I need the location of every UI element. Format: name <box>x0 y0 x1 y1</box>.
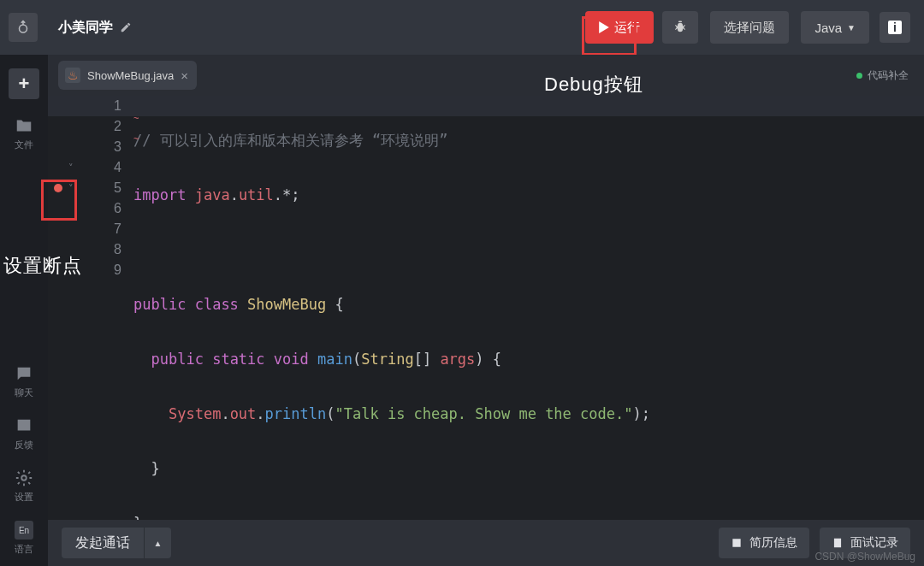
line-number: 4 <box>86 157 121 178</box>
globe-icon: En <box>15 521 33 539</box>
status-dot-icon <box>856 73 862 79</box>
tab-showmebug[interactable]: ♨ ShowMeBug.java × <box>58 61 197 90</box>
language-label: Java <box>814 21 842 35</box>
feedback-icon <box>15 416 33 435</box>
start-call-label: 发起通话 <box>75 534 130 552</box>
folder-icon <box>15 116 33 135</box>
annotation-debug-label: Debug按钮 <box>544 72 643 97</box>
choose-question-button[interactable]: 选择问题 <box>710 11 789 44</box>
line-number: 5 <box>86 178 121 198</box>
line-number: 9 <box>86 260 121 280</box>
plus-icon: + <box>19 73 30 95</box>
new-file-button[interactable]: + <box>9 68 39 99</box>
watermark: CSDN @ShowMeBug <box>814 551 915 563</box>
status-label: 代码补全 <box>868 68 909 83</box>
breakpoint-gutter[interactable] <box>48 96 68 520</box>
app-logo[interactable] <box>9 13 38 42</box>
language-sidebar-label: 语言 <box>15 543 33 556</box>
annotation-debug-outline <box>582 16 637 56</box>
svg-point-1 <box>21 475 27 481</box>
sidebar-item-feedback[interactable]: 反馈 <box>15 416 33 451</box>
tab-bar: ♨ ShowMeBug.java × 代码补全 <box>48 55 924 96</box>
gear-icon <box>15 469 33 487</box>
language-select[interactable]: Java ▼ <box>801 11 869 44</box>
settings-label: 设置 <box>15 491 33 504</box>
close-icon[interactable]: × <box>181 68 188 83</box>
code-comment: // 可以引入的库和版本相关请参考 “环境说明” <box>133 132 447 149</box>
info-icon: i <box>888 21 902 34</box>
resume-info-label: 简历信息 <box>749 535 797 551</box>
status-pill: 代码补全 <box>856 68 909 83</box>
code-content[interactable]: // 可以引入的库和版本相关请参考 “环境说明” import java.uti… <box>133 96 924 520</box>
line-number: 3 <box>86 137 121 157</box>
header-bar: 小美同学 运行 选择问题 Java ▼ i <box>0 0 924 55</box>
username: 小美同学 <box>58 19 132 37</box>
choose-question-label: 选择问题 <box>724 20 775 36</box>
line-number: 6 <box>86 198 121 219</box>
tab-name: ShowMeBug.java <box>87 69 174 82</box>
sidebar: + 文件 聊天 反馈 设置 En 语言 <box>0 55 48 566</box>
sidebar-item-chat[interactable]: 聊天 <box>15 364 33 399</box>
chat-label: 聊天 <box>15 386 33 399</box>
bug-icon <box>672 20 688 35</box>
sidebar-item-settings[interactable]: 设置 <box>15 469 33 504</box>
edit-icon[interactable] <box>120 21 132 33</box>
interview-record-label: 面试记录 <box>850 535 898 551</box>
caret-up-icon: ▲ <box>154 539 163 548</box>
chat-icon <box>15 364 33 383</box>
java-icon: ♨ <box>65 68 80 83</box>
annotation-breakpoint-outline <box>41 180 77 221</box>
line-number: 1 <box>86 96 121 116</box>
line-number: 8 <box>86 239 121 260</box>
feedback-label: 反馈 <box>15 439 33 451</box>
info-button[interactable]: i <box>880 12 910 43</box>
caret-down-icon: ▼ <box>847 23 856 32</box>
profile-card-icon <box>731 537 743 549</box>
fold-caret-icon[interactable]: ˅ <box>68 157 74 178</box>
fold-gutter[interactable]: ˅ ˅ <box>68 96 86 520</box>
annotation-breakpoint-label: 设置断点 <box>3 253 82 279</box>
start-call-button[interactable]: 发起通话 <box>62 528 144 558</box>
start-call-split-button[interactable]: 发起通话 ▲ <box>62 528 171 558</box>
line-number: 7 <box>86 219 121 239</box>
notes-icon <box>832 537 844 549</box>
line-number: 2 <box>86 116 121 137</box>
svg-point-0 <box>20 25 27 32</box>
resume-info-button[interactable]: 简历信息 <box>719 528 809 558</box>
start-call-caret[interactable]: ▲ <box>144 528 171 558</box>
debug-button[interactable] <box>662 11 698 44</box>
lint-squiggle-icon: ~ <box>133 133 139 144</box>
bottom-bar: 发起通话 ▲ 简历信息 面试记录 <box>48 520 924 566</box>
lint-squiggle-icon: ~ <box>133 113 139 123</box>
username-text: 小美同学 <box>58 19 113 37</box>
sidebar-item-language[interactable]: En 语言 <box>15 521 33 556</box>
line-number-gutter: 1 2 3 4 5 6 7 8 9 <box>86 96 121 520</box>
code-editor[interactable]: ˅ ˅ 1 2 3 4 5 6 7 8 9 // 可以引入的库和版本相关请参考 … <box>48 96 924 520</box>
sidebar-item-files[interactable]: 文件 <box>15 116 33 151</box>
files-label: 文件 <box>15 139 33 151</box>
